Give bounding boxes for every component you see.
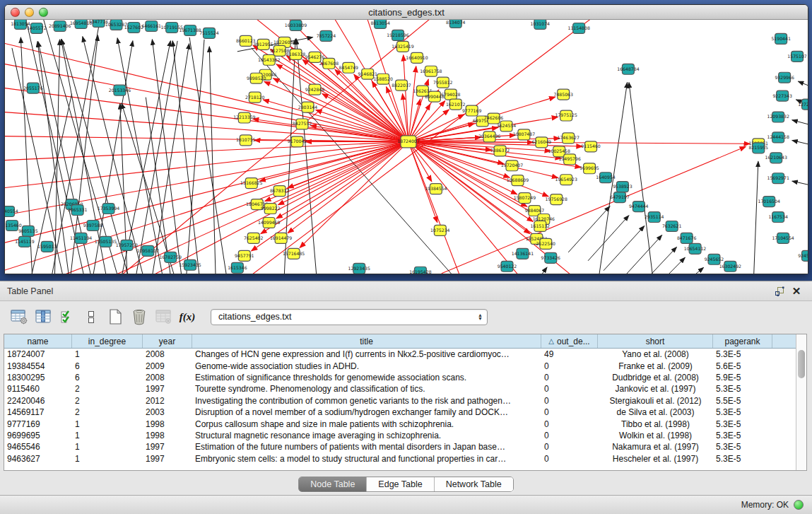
table-row[interactable]: 1830029562008Estimation of significance … bbox=[4, 372, 796, 383]
network-node[interactable]: 9242848 bbox=[305, 84, 325, 95]
table-cell[interactable]: Stergiakouli et al. (2012) bbox=[598, 396, 713, 406]
column-header-year[interactable]: year bbox=[143, 334, 192, 348]
network-edge-black[interactable] bbox=[792, 140, 808, 145]
network-edge-black[interactable] bbox=[622, 235, 662, 274]
network-node[interactable]: 2055176 bbox=[23, 83, 43, 93]
table-cell[interactable]: 2009 bbox=[143, 361, 192, 371]
network-node[interactable]: 1075234 bbox=[430, 225, 450, 235]
network-node[interactable]: 12093832 bbox=[767, 112, 789, 122]
network-node[interactable]: 9245013 bbox=[798, 250, 808, 261]
table-cell[interactable]: 0 bbox=[541, 373, 598, 382]
network-node[interactable]: 1575107 bbox=[787, 51, 807, 62]
network-edge-black[interactable] bbox=[792, 181, 808, 185]
table-row[interactable]: 969969511998Structural magnetic resonanc… bbox=[4, 430, 796, 441]
table-cell[interactable]: 0 bbox=[541, 384, 598, 394]
network-node[interactable]: 16033809 bbox=[285, 20, 307, 30]
network-edge-red[interactable] bbox=[278, 141, 408, 204]
table-cell[interactable]: 2 bbox=[72, 407, 143, 417]
network-node[interactable]: 9457791 bbox=[235, 250, 254, 261]
tab-edge-table[interactable]: Edge Table bbox=[367, 477, 434, 491]
network-edge-black[interactable] bbox=[604, 226, 645, 271]
table-cell[interactable]: Yano et al. (2008) bbox=[598, 349, 713, 359]
table-cell[interactable]: 1997 bbox=[143, 384, 192, 394]
network-window-titlebar[interactable]: citations_edges.txt bbox=[5, 5, 808, 20]
network-edge-black[interactable] bbox=[588, 216, 629, 261]
network-edge-black[interactable] bbox=[526, 267, 547, 274]
network-node[interactable]: 18325419 bbox=[392, 41, 413, 52]
create-column-button[interactable] bbox=[105, 306, 126, 327]
float-panel-button[interactable] bbox=[771, 284, 788, 298]
table-cell[interactable]: Embryonic stem cells: a model to study s… bbox=[192, 454, 541, 464]
table-cell[interactable]: 0 bbox=[541, 361, 598, 371]
network-node[interactable]: 9733426 bbox=[541, 252, 561, 263]
network-node[interactable]: 16961758 bbox=[420, 66, 442, 76]
network-node[interactable]: 16195428 bbox=[409, 267, 431, 274]
close-window-button[interactable] bbox=[11, 8, 20, 17]
network-node[interactable]: 19756928 bbox=[546, 194, 567, 205]
close-panel-button[interactable]: ✕ bbox=[788, 284, 805, 298]
network-node[interactable]: 15716485 bbox=[283, 248, 305, 259]
network-edge-red[interactable] bbox=[5, 62, 408, 142]
network-node[interactable]: 14099469 bbox=[258, 218, 280, 228]
network-edge-red[interactable] bbox=[288, 141, 408, 233]
column-header-title[interactable]: title bbox=[192, 334, 541, 348]
column-header-short[interactable]: short bbox=[598, 334, 713, 348]
network-edge-black[interactable] bbox=[666, 267, 704, 274]
vertical-scrollbar[interactable] bbox=[796, 334, 806, 470]
table-cell[interactable]: 1998 bbox=[143, 419, 192, 429]
table-cell[interactable]: 14569117 bbox=[4, 407, 72, 417]
table-cell[interactable]: Jankovic et al. (1997) bbox=[598, 384, 713, 394]
column-header-name[interactable]: name bbox=[4, 334, 72, 348]
network-node[interactable]: 8427552 bbox=[293, 119, 312, 129]
network-node[interactable]: 17975125 bbox=[555, 110, 577, 121]
tab-network-table[interactable]: Network Table bbox=[435, 477, 513, 491]
table-row[interactable]: 946554611997Estimation of the future num… bbox=[4, 441, 796, 452]
network-node[interactable]: 1615346 bbox=[228, 262, 247, 273]
network-node[interactable]: 9474444 bbox=[629, 201, 649, 212]
table-cell[interactable]: 6 bbox=[72, 373, 143, 382]
table-cell[interactable]: 1 bbox=[72, 431, 143, 440]
network-node[interactable]: 10807487 bbox=[513, 129, 535, 140]
table-cell[interactable]: 0 bbox=[541, 407, 598, 417]
table-cell[interactable]: 1 bbox=[72, 349, 143, 359]
table-cell[interactable]: 2003 bbox=[143, 407, 192, 417]
table-cell[interactable]: 6 bbox=[72, 361, 143, 371]
network-node[interactable]: 9538923 bbox=[613, 182, 632, 192]
network-node[interactable]: 9397588 bbox=[83, 220, 103, 230]
network-node[interactable]: 17463627 bbox=[558, 133, 579, 144]
table-cell[interactable]: 22420046 bbox=[4, 396, 72, 406]
table-cell[interactable]: Dudbridge et al. (2008) bbox=[598, 373, 713, 382]
memory-status-indicator[interactable] bbox=[794, 500, 804, 510]
network-node[interactable]: 17104554 bbox=[772, 233, 794, 243]
network-node[interactable]: 1272048 bbox=[798, 99, 808, 110]
table-cell[interactable]: Estimation of the future numbers of pati… bbox=[192, 442, 541, 452]
network-node[interactable]: 9329966 bbox=[775, 72, 794, 83]
network-node[interactable]: 8822037 bbox=[392, 80, 411, 90]
table-cell[interactable]: 0 bbox=[541, 431, 598, 440]
network-node[interactable]: 14136141 bbox=[512, 248, 534, 259]
network-node[interactable]: 16302492 bbox=[719, 261, 741, 271]
network-edge-black[interactable] bbox=[792, 120, 808, 126]
network-edge-black[interactable] bbox=[753, 161, 758, 274]
network-node[interactable]: 7857224 bbox=[317, 30, 336, 41]
network-node[interactable]: 16640910 bbox=[406, 52, 428, 63]
table-cell[interactable]: 2 bbox=[72, 396, 143, 406]
scrollbar-thumb[interactable] bbox=[798, 350, 805, 378]
network-node[interactable]: 15692971 bbox=[767, 173, 789, 184]
table-cell[interactable]: 2008 bbox=[143, 349, 192, 359]
tab-node-table[interactable]: Node Table bbox=[299, 477, 367, 491]
table-cell[interactable]: 1998 bbox=[143, 431, 192, 440]
network-node[interactable]: 7625402 bbox=[244, 233, 264, 243]
table-cell[interactable]: 2008 bbox=[143, 373, 192, 382]
network-edge-black[interactable] bbox=[117, 38, 167, 274]
table-cell[interactable]: 1997 bbox=[143, 454, 192, 464]
network-node[interactable]: 1031074 bbox=[531, 20, 551, 29]
network-node[interactable]: 16210643 bbox=[765, 153, 787, 163]
table-cell[interactable]: de Silva et al. (2003) bbox=[598, 407, 713, 417]
table-cell[interactable]: 5.9E-5 bbox=[713, 373, 772, 382]
table-cell[interactable]: 2 bbox=[72, 384, 143, 394]
network-node[interactable]: 8140554 bbox=[5, 206, 18, 217]
network-canvas[interactable]: 8660123891295518226058912750881863281654… bbox=[5, 20, 808, 274]
table-row[interactable]: 1872400712008Changes of HCN gene express… bbox=[4, 349, 796, 360]
table-cell[interactable]: 0 bbox=[541, 454, 598, 464]
